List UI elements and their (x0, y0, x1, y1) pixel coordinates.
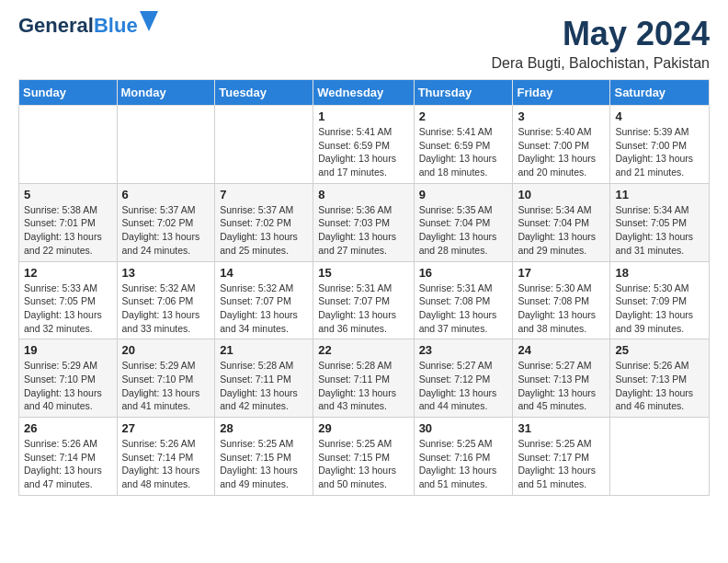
col-wednesday: Wednesday (313, 80, 414, 106)
calendar-cell: 16Sunrise: 5:31 AMSunset: 7:08 PMDayligh… (414, 261, 513, 339)
logo-text: GeneralBlue (18, 15, 138, 37)
day-info: Sunrise: 5:32 AMSunset: 7:07 PMDaylight:… (220, 282, 298, 334)
calendar-cell (610, 418, 710, 496)
day-info: Sunrise: 5:26 AMSunset: 7:13 PMDaylight:… (615, 360, 693, 411)
day-info: Sunrise: 5:32 AMSunset: 7:06 PMDaylight:… (122, 282, 200, 334)
day-number: 17 (518, 266, 605, 280)
calendar-cell: 21Sunrise: 5:28 AMSunset: 7:11 PMDayligh… (215, 339, 313, 418)
day-info: Sunrise: 5:31 AMSunset: 7:08 PMDaylight:… (419, 282, 497, 334)
day-info: Sunrise: 5:33 AMSunset: 7:05 PMDaylight:… (24, 282, 102, 334)
svg-marker-0 (140, 11, 158, 31)
week-row-4: 19Sunrise: 5:29 AMSunset: 7:10 PMDayligh… (19, 339, 710, 418)
col-tuesday: Tuesday (215, 80, 313, 106)
logo: GeneralBlue (18, 15, 158, 37)
day-number: 23 (419, 343, 508, 357)
day-info: Sunrise: 5:35 AMSunset: 7:04 PMDaylight:… (419, 204, 497, 256)
calendar-cell: 8Sunrise: 5:36 AMSunset: 7:03 PMDaylight… (313, 183, 414, 261)
day-number: 16 (419, 266, 508, 280)
day-number: 31 (518, 421, 605, 435)
month-title: May 2024 (492, 15, 710, 53)
col-friday: Friday (513, 80, 610, 106)
day-number: 12 (24, 266, 112, 280)
week-row-3: 12Sunrise: 5:33 AMSunset: 7:05 PMDayligh… (19, 261, 710, 339)
day-number: 14 (220, 266, 308, 280)
col-saturday: Saturday (610, 80, 710, 106)
day-info: Sunrise: 5:34 AMSunset: 7:05 PMDaylight:… (615, 204, 693, 256)
col-monday: Monday (117, 80, 215, 106)
day-info: Sunrise: 5:27 AMSunset: 7:12 PMDaylight:… (419, 360, 497, 411)
calendar-cell (117, 106, 215, 184)
calendar-cell: 9Sunrise: 5:35 AMSunset: 7:04 PMDaylight… (414, 183, 513, 261)
calendar-cell: 20Sunrise: 5:29 AMSunset: 7:10 PMDayligh… (117, 339, 215, 418)
day-number: 15 (318, 266, 408, 280)
calendar-cell: 22Sunrise: 5:28 AMSunset: 7:11 PMDayligh… (313, 339, 414, 418)
day-info: Sunrise: 5:39 AMSunset: 7:00 PMDaylight:… (615, 126, 693, 178)
day-number: 28 (220, 421, 308, 435)
day-number: 20 (122, 343, 210, 357)
day-number: 19 (24, 343, 112, 357)
day-info: Sunrise: 5:41 AMSunset: 6:59 PMDaylight:… (318, 126, 396, 178)
day-number: 18 (615, 266, 704, 280)
day-number: 29 (318, 421, 408, 435)
day-number: 5 (24, 188, 112, 201)
calendar-cell: 13Sunrise: 5:32 AMSunset: 7:06 PMDayligh… (117, 261, 215, 339)
calendar-cell: 15Sunrise: 5:31 AMSunset: 7:07 PMDayligh… (313, 261, 414, 339)
day-info: Sunrise: 5:34 AMSunset: 7:04 PMDaylight:… (518, 204, 596, 256)
day-info: Sunrise: 5:30 AMSunset: 7:08 PMDaylight:… (518, 282, 596, 334)
day-info: Sunrise: 5:40 AMSunset: 7:00 PMDaylight:… (518, 126, 596, 178)
calendar-cell: 30Sunrise: 5:25 AMSunset: 7:16 PMDayligh… (414, 418, 513, 496)
day-number: 26 (24, 421, 112, 435)
calendar-cell: 24Sunrise: 5:27 AMSunset: 7:13 PMDayligh… (513, 339, 610, 418)
calendar-cell: 18Sunrise: 5:30 AMSunset: 7:09 PMDayligh… (610, 261, 710, 339)
day-number: 4 (615, 109, 704, 123)
day-info: Sunrise: 5:38 AMSunset: 7:01 PMDaylight:… (24, 204, 102, 256)
header: GeneralBlue May 2024 Dera Bugti, Balochi… (18, 15, 710, 72)
calendar-cell: 25Sunrise: 5:26 AMSunset: 7:13 PMDayligh… (610, 339, 710, 418)
calendar-cell: 12Sunrise: 5:33 AMSunset: 7:05 PMDayligh… (19, 261, 118, 339)
day-number: 3 (518, 109, 605, 123)
calendar-cell: 4Sunrise: 5:39 AMSunset: 7:00 PMDaylight… (610, 106, 710, 184)
day-info: Sunrise: 5:41 AMSunset: 6:59 PMDaylight:… (419, 126, 497, 178)
logo-icon (140, 11, 158, 35)
calendar-cell: 31Sunrise: 5:25 AMSunset: 7:17 PMDayligh… (513, 418, 610, 496)
day-number: 6 (122, 188, 210, 201)
calendar-cell: 5Sunrise: 5:38 AMSunset: 7:01 PMDaylight… (19, 183, 118, 261)
day-info: Sunrise: 5:29 AMSunset: 7:10 PMDaylight:… (24, 360, 102, 411)
calendar-cell (215, 106, 313, 184)
calendar-cell: 11Sunrise: 5:34 AMSunset: 7:05 PMDayligh… (610, 183, 710, 261)
day-number: 24 (518, 343, 605, 357)
day-info: Sunrise: 5:25 AMSunset: 7:17 PMDaylight:… (518, 438, 596, 489)
day-info: Sunrise: 5:26 AMSunset: 7:14 PMDaylight:… (24, 438, 102, 489)
day-info: Sunrise: 5:30 AMSunset: 7:09 PMDaylight:… (615, 282, 693, 334)
right-header: May 2024 Dera Bugti, Balochistan, Pakist… (492, 15, 710, 72)
week-row-1: 1Sunrise: 5:41 AMSunset: 6:59 PMDaylight… (19, 106, 710, 184)
day-number: 2 (419, 109, 508, 123)
day-number: 13 (122, 266, 210, 280)
calendar-cell: 3Sunrise: 5:40 AMSunset: 7:00 PMDaylight… (513, 106, 610, 184)
calendar-cell: 19Sunrise: 5:29 AMSunset: 7:10 PMDayligh… (19, 339, 118, 418)
day-number: 21 (220, 343, 308, 357)
calendar-cell: 23Sunrise: 5:27 AMSunset: 7:12 PMDayligh… (414, 339, 513, 418)
calendar-table: Sunday Monday Tuesday Wednesday Thursday… (18, 79, 710, 496)
day-number: 22 (318, 343, 408, 357)
calendar-cell: 14Sunrise: 5:32 AMSunset: 7:07 PMDayligh… (215, 261, 313, 339)
day-number: 10 (518, 188, 605, 201)
day-info: Sunrise: 5:25 AMSunset: 7:15 PMDaylight:… (220, 438, 298, 489)
day-info: Sunrise: 5:37 AMSunset: 7:02 PMDaylight:… (122, 204, 200, 256)
day-info: Sunrise: 5:37 AMSunset: 7:02 PMDaylight:… (220, 204, 298, 256)
col-sunday: Sunday (19, 80, 118, 106)
day-number: 9 (419, 188, 508, 201)
week-row-5: 26Sunrise: 5:26 AMSunset: 7:14 PMDayligh… (19, 418, 710, 496)
calendar-cell: 27Sunrise: 5:26 AMSunset: 7:14 PMDayligh… (117, 418, 215, 496)
col-thursday: Thursday (414, 80, 513, 106)
day-info: Sunrise: 5:26 AMSunset: 7:14 PMDaylight:… (122, 438, 200, 489)
calendar-cell (19, 106, 118, 184)
day-number: 8 (318, 188, 408, 201)
calendar-cell: 10Sunrise: 5:34 AMSunset: 7:04 PMDayligh… (513, 183, 610, 261)
day-number: 11 (615, 188, 704, 201)
day-number: 27 (122, 421, 210, 435)
calendar-cell: 2Sunrise: 5:41 AMSunset: 6:59 PMDaylight… (414, 106, 513, 184)
location-title: Dera Bugti, Balochistan, Pakistan (492, 55, 710, 72)
day-number: 1 (318, 109, 408, 123)
day-info: Sunrise: 5:31 AMSunset: 7:07 PMDaylight:… (318, 282, 396, 334)
